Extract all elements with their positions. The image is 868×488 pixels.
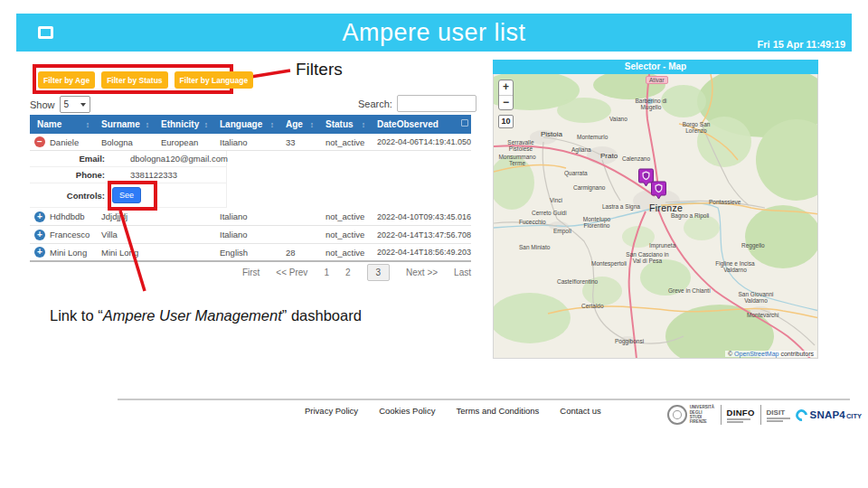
cell-surname: Mini Long xyxy=(94,248,154,258)
column-header-surname[interactable]: Surname↕ xyxy=(94,115,154,134)
unifi-text-line: DEGLI STUDI xyxy=(690,410,715,420)
search-group: Search: xyxy=(358,95,476,112)
column-label: Name xyxy=(37,119,61,129)
export-icon[interactable] xyxy=(461,119,468,127)
map-panel: Selector - Map xyxy=(493,60,818,359)
snap4city-c-icon xyxy=(793,407,809,423)
dinfo-subtext-bar xyxy=(727,418,750,420)
phone-value: 3381122333 xyxy=(130,170,177,180)
map-city-label: Barberino di Mugello xyxy=(629,98,673,111)
link-annotation-label: Link to “Ampere User Management” dashboa… xyxy=(50,307,362,324)
column-label: Age xyxy=(286,119,303,129)
cell-date: 2022-04-10T09:43:45.016Z xyxy=(370,212,471,221)
sort-icon: ↕ xyxy=(310,120,314,129)
pagination-last[interactable]: Last xyxy=(454,267,471,277)
pagination-first[interactable]: First xyxy=(242,267,259,277)
map-marker-shield-icon[interactable] xyxy=(651,181,666,203)
column-header-ethnicity[interactable]: Ethnicity↕ xyxy=(154,115,212,134)
map-city-label: Vaiano xyxy=(609,116,627,122)
show-entries-group: Show 5 xyxy=(30,96,90,113)
cell-language: Italiano xyxy=(212,137,278,147)
cell-language: Italiano xyxy=(212,230,278,239)
zoom-in-button[interactable]: + xyxy=(499,80,513,95)
cell-date: 2022-04-06T14:19:41.050Z xyxy=(370,137,471,146)
expand-row-icon[interactable]: + xyxy=(34,247,45,258)
dinfo-logo[interactable]: DINFO xyxy=(727,408,755,423)
dinfo-wordmark: DINFO xyxy=(727,408,755,418)
map-city-label: Montemurlo xyxy=(577,134,608,140)
link-annotation-suffix: ” dashboard xyxy=(282,307,362,324)
show-entries-select[interactable]: 5 xyxy=(60,96,90,113)
unifi-logo[interactable]: UNIVERSITÀ DEGLI STUDI FIRENZE xyxy=(667,405,715,425)
link-annotation-prefix: Link to “ xyxy=(50,307,103,324)
cell-ethnicity: European xyxy=(154,137,212,147)
pagination-page-3-current[interactable]: 3 xyxy=(367,264,391,281)
expand-row-icon[interactable]: + xyxy=(34,230,45,240)
cookies-policy-link[interactable]: Cookies Policy xyxy=(379,406,435,416)
sort-icon: ↕ xyxy=(270,120,274,129)
attribution-suffix: contributors xyxy=(778,351,814,357)
openstreetmap-link[interactable]: OpenStreetMap xyxy=(734,351,778,357)
map-city-label: Montespertoli xyxy=(591,260,627,267)
map-city-label: San Miniato xyxy=(519,244,550,250)
search-input[interactable] xyxy=(397,95,476,112)
cell-status: not_active xyxy=(318,248,370,258)
map-city-label: Empoli xyxy=(553,228,571,234)
map-city-label: Reggello xyxy=(741,242,765,249)
column-header-name[interactable]: Name↕ xyxy=(30,115,94,134)
cell-status: not_active xyxy=(318,137,370,147)
map-city-label: San Giovanni Valdarno xyxy=(734,291,778,305)
filter-by-language-button[interactable]: Filter by Language xyxy=(175,71,254,89)
snap4city-logo[interactable]: SNAP4 CITY xyxy=(796,409,862,421)
dinfo-subtext-bar xyxy=(727,421,743,423)
page-title: Ampere user list xyxy=(16,14,852,52)
collapse-row-icon[interactable]: − xyxy=(34,136,45,147)
filter-by-age-button[interactable]: Filter by Age xyxy=(38,71,95,89)
unifi-seal-icon xyxy=(667,405,687,425)
snap4city-wordmark-small: CITY xyxy=(846,412,862,420)
row-detail-panel: Email: dbologna120@gmail.com Phone: 3381… xyxy=(30,151,471,208)
cell-surname: Bologna xyxy=(94,137,154,147)
pagination-page-2[interactable]: 2 xyxy=(345,267,351,277)
cell-surname: Villa xyxy=(94,230,154,239)
window-icon[interactable] xyxy=(38,26,53,39)
pagination-next[interactable]: Next >> xyxy=(406,267,438,277)
table-header-row: Name↕ Surname↕ Ethnicity↕ Language↕ Age↕… xyxy=(30,115,471,134)
table-row-daniele[interactable]: −Daniele Bologna European Italiano 33 no… xyxy=(30,134,471,151)
table-row-francesco[interactable]: +Francesco Villa Italiano not_active 202… xyxy=(30,226,471,244)
pagination-prev[interactable]: << Prev xyxy=(276,267,307,277)
pagination-page-1[interactable]: 1 xyxy=(324,267,329,277)
column-label: Status xyxy=(326,119,354,129)
table-row-hdhdbdb[interactable]: +Hdhdbdb Jdjdjjdj Italiano not_active 20… xyxy=(30,208,471,226)
column-header-language[interactable]: Language↕ xyxy=(212,115,278,134)
column-label: Surname xyxy=(101,119,140,129)
map-city-label: Prato xyxy=(600,152,618,160)
sort-icon: ↕ xyxy=(204,120,208,129)
table-row-mini-long[interactable]: +Mini Long Mini Long English 28 not_acti… xyxy=(30,244,471,262)
map-city-label: Greve in Chianti xyxy=(668,287,711,294)
email-value: dbologna120@gmail.com xyxy=(130,154,228,164)
pagination: First << Prev 1 2 3 Next >> Last xyxy=(30,264,471,281)
column-header-age[interactable]: Age↕ xyxy=(278,115,318,134)
privacy-policy-link[interactable]: Privacy Policy xyxy=(305,406,358,416)
column-header-dateobserved[interactable]: DateObserved xyxy=(370,115,471,134)
footer-logos: UNIVERSITÀ DEGLI STUDI FIRENZE DINFO DIS… xyxy=(667,400,868,429)
show-label: Show xyxy=(30,99,55,110)
cell-status: not_active xyxy=(318,211,370,221)
terms-and-conditions-link[interactable]: Terms and Conditions xyxy=(456,406,539,416)
cell-language: English xyxy=(212,248,278,258)
disit-logo[interactable]: DISIT xyxy=(767,408,790,422)
cell-name: Daniele xyxy=(50,137,79,147)
map-zoom-control: + − xyxy=(498,80,514,110)
column-header-status[interactable]: Status↕ xyxy=(318,115,370,134)
filter-by-status-button[interactable]: Filter by Status xyxy=(101,71,167,89)
contact-us-link[interactable]: Contact us xyxy=(560,406,600,416)
map-canvas[interactable]: + − 10 Ativar © OpenStreetMap contributo… xyxy=(493,74,818,359)
map-panel-title: Selector - Map xyxy=(493,60,818,74)
zoom-out-button[interactable]: − xyxy=(499,95,513,109)
map-city-label: Agliana xyxy=(571,146,591,153)
user-table: Name↕ Surname↕ Ethnicity↕ Language↕ Age↕… xyxy=(30,115,471,262)
disit-wordmark: DISIT xyxy=(767,408,790,417)
expand-row-icon[interactable]: + xyxy=(34,211,45,222)
map-city-label: Bagno a Ripoli xyxy=(671,212,709,219)
